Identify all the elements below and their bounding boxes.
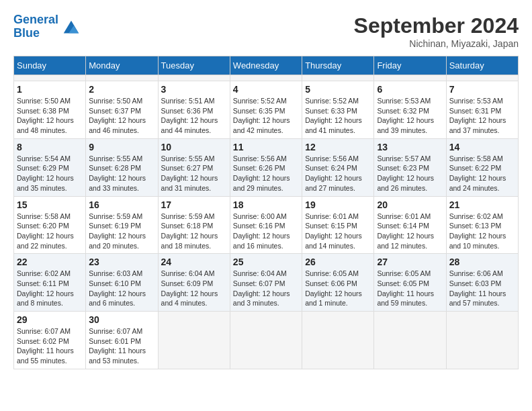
calendar-cell: 30Sunrise: 6:07 AMSunset: 6:01 PMDayligh… [86, 312, 158, 369]
day-number: 24 [161, 257, 227, 267]
day-info: Sunrise: 5:56 AMSunset: 6:24 PMDaylight:… [305, 154, 371, 193]
day-number: 1 [17, 84, 83, 95]
calendar-cell: 9Sunrise: 5:55 AMSunset: 6:28 PMDaylight… [86, 138, 158, 196]
day-number: 23 [89, 257, 154, 267]
day-header-thursday: Thursday [302, 56, 374, 75]
day-info: Sunrise: 6:01 AMSunset: 6:14 PMDaylight:… [377, 212, 443, 251]
calendar-cell [86, 75, 158, 81]
day-number: 19 [305, 199, 371, 210]
day-number: 28 [449, 257, 515, 267]
day-number: 18 [233, 199, 299, 210]
logo-text-blue: Blue [13, 26, 40, 40]
calendar-cell [230, 312, 302, 369]
day-info: Sunrise: 5:55 AMSunset: 6:28 PMDaylight:… [89, 154, 154, 193]
day-header-saturday: Saturday [446, 56, 518, 75]
calendar-cell: 3Sunrise: 5:51 AMSunset: 6:36 PMDaylight… [158, 81, 230, 139]
day-number: 22 [17, 257, 83, 267]
calendar-week-row [14, 75, 519, 81]
calendar-cell: 6Sunrise: 5:53 AMSunset: 6:32 PMDaylight… [374, 81, 446, 139]
calendar-cell: 14Sunrise: 5:58 AMSunset: 6:22 PMDayligh… [446, 138, 518, 196]
calendar-cell: 29Sunrise: 6:07 AMSunset: 6:02 PMDayligh… [14, 312, 86, 369]
calendar-cell: 15Sunrise: 5:58 AMSunset: 6:20 PMDayligh… [14, 196, 86, 254]
day-info: Sunrise: 5:52 AMSunset: 6:33 PMDaylight:… [305, 96, 371, 136]
calendar-cell [374, 312, 446, 369]
day-info: Sunrise: 6:07 AMSunset: 6:01 PMDaylight:… [89, 326, 154, 366]
page-header: General Blue September 2024 Nichinan, Mi… [13, 13, 519, 49]
calendar-cell: 18Sunrise: 6:00 AMSunset: 6:16 PMDayligh… [230, 196, 302, 254]
day-number: 2 [89, 84, 154, 95]
calendar-cell: 21Sunrise: 6:02 AMSunset: 6:13 PMDayligh… [446, 196, 518, 254]
day-info: Sunrise: 6:01 AMSunset: 6:15 PMDaylight:… [305, 212, 371, 251]
calendar-cell: 19Sunrise: 6:01 AMSunset: 6:15 PMDayligh… [302, 196, 374, 254]
day-header-friday: Friday [374, 56, 446, 75]
logo-icon [61, 17, 81, 37]
calendar-cell: 23Sunrise: 6:03 AMSunset: 6:10 PMDayligh… [86, 254, 158, 312]
day-info: Sunrise: 6:04 AMSunset: 6:07 PMDaylight:… [233, 269, 299, 308]
day-info: Sunrise: 5:50 AMSunset: 6:38 PMDaylight:… [17, 96, 83, 136]
calendar-cell: 17Sunrise: 5:59 AMSunset: 6:18 PMDayligh… [158, 196, 230, 254]
calendar-week-row: 1Sunrise: 5:50 AMSunset: 6:38 PMDaylight… [14, 81, 519, 139]
day-number: 27 [377, 257, 443, 267]
calendar-cell: 10Sunrise: 5:55 AMSunset: 6:27 PMDayligh… [158, 138, 230, 196]
calendar-cell [302, 75, 374, 81]
calendar-cell: 20Sunrise: 6:01 AMSunset: 6:14 PMDayligh… [374, 196, 446, 254]
day-number: 9 [89, 142, 154, 152]
calendar-cell [230, 75, 302, 81]
day-info: Sunrise: 6:02 AMSunset: 6:13 PMDaylight:… [449, 212, 515, 251]
day-info: Sunrise: 5:54 AMSunset: 6:29 PMDaylight:… [17, 154, 83, 193]
day-number: 10 [161, 142, 227, 152]
day-info: Sunrise: 5:58 AMSunset: 6:22 PMDaylight:… [449, 154, 515, 193]
calendar-table: SundayMondayTuesdayWednesdayThursdayFrid… [13, 56, 519, 369]
calendar-cell [302, 312, 374, 369]
day-number: 29 [17, 314, 83, 325]
day-header-wednesday: Wednesday [230, 56, 302, 75]
calendar-cell [446, 75, 518, 81]
day-info: Sunrise: 6:04 AMSunset: 6:09 PMDaylight:… [161, 269, 227, 308]
calendar-cell: 13Sunrise: 5:57 AMSunset: 6:23 PMDayligh… [374, 138, 446, 196]
day-number: 15 [17, 199, 83, 210]
day-info: Sunrise: 6:00 AMSunset: 6:16 PMDaylight:… [233, 212, 299, 251]
day-info: Sunrise: 5:53 AMSunset: 6:32 PMDaylight:… [377, 96, 443, 136]
day-number: 6 [377, 84, 443, 95]
calendar-week-row: 22Sunrise: 6:02 AMSunset: 6:11 PMDayligh… [14, 254, 519, 312]
calendar-cell: 24Sunrise: 6:04 AMSunset: 6:09 PMDayligh… [158, 254, 230, 312]
calendar-cell: 4Sunrise: 5:52 AMSunset: 6:35 PMDaylight… [230, 81, 302, 139]
calendar-cell: 26Sunrise: 6:05 AMSunset: 6:06 PMDayligh… [302, 254, 374, 312]
day-info: Sunrise: 6:05 AMSunset: 6:06 PMDaylight:… [305, 269, 371, 308]
calendar-cell [374, 75, 446, 81]
day-number: 20 [377, 199, 443, 210]
title-block: September 2024 Nichinan, Miyazaki, Japan [354, 13, 519, 49]
calendar-week-row: 8Sunrise: 5:54 AMSunset: 6:29 PMDaylight… [14, 138, 519, 196]
calendar-cell: 7Sunrise: 5:53 AMSunset: 6:31 PMDaylight… [446, 81, 518, 139]
day-header-sunday: Sunday [14, 56, 86, 75]
calendar-cell: 27Sunrise: 6:05 AMSunset: 6:05 PMDayligh… [374, 254, 446, 312]
calendar-header-row: SundayMondayTuesdayWednesdayThursdayFrid… [14, 56, 519, 75]
day-info: Sunrise: 6:07 AMSunset: 6:02 PMDaylight:… [17, 326, 83, 366]
day-number: 26 [305, 257, 371, 267]
day-number: 17 [161, 199, 227, 210]
calendar-cell [158, 75, 230, 81]
day-number: 5 [305, 84, 371, 95]
calendar-cell: 2Sunrise: 5:50 AMSunset: 6:37 PMDaylight… [86, 81, 158, 139]
month-title: September 2024 [354, 13, 519, 38]
day-header-tuesday: Tuesday [158, 56, 230, 75]
day-number: 8 [17, 142, 83, 152]
calendar-cell: 5Sunrise: 5:52 AMSunset: 6:33 PMDaylight… [302, 81, 374, 139]
day-number: 16 [89, 199, 154, 210]
calendar-cell: 11Sunrise: 5:56 AMSunset: 6:26 PMDayligh… [230, 138, 302, 196]
day-number: 21 [449, 199, 515, 210]
day-info: Sunrise: 6:06 AMSunset: 6:03 PMDaylight:… [449, 269, 515, 308]
calendar-cell: 16Sunrise: 5:59 AMSunset: 6:19 PMDayligh… [86, 196, 158, 254]
day-number: 7 [449, 84, 515, 95]
day-header-monday: Monday [86, 56, 158, 75]
calendar-cell [446, 312, 518, 369]
calendar-cell: 22Sunrise: 6:02 AMSunset: 6:11 PMDayligh… [14, 254, 86, 312]
calendar-cell: 25Sunrise: 6:04 AMSunset: 6:07 PMDayligh… [230, 254, 302, 312]
day-info: Sunrise: 5:56 AMSunset: 6:26 PMDaylight:… [233, 154, 299, 193]
calendar-week-row: 29Sunrise: 6:07 AMSunset: 6:02 PMDayligh… [14, 312, 519, 369]
day-number: 14 [449, 142, 515, 152]
day-number: 30 [89, 314, 154, 325]
calendar-cell: 28Sunrise: 6:06 AMSunset: 6:03 PMDayligh… [446, 254, 518, 312]
day-info: Sunrise: 5:53 AMSunset: 6:31 PMDaylight:… [449, 96, 515, 136]
day-info: Sunrise: 5:59 AMSunset: 6:18 PMDaylight:… [161, 212, 227, 251]
